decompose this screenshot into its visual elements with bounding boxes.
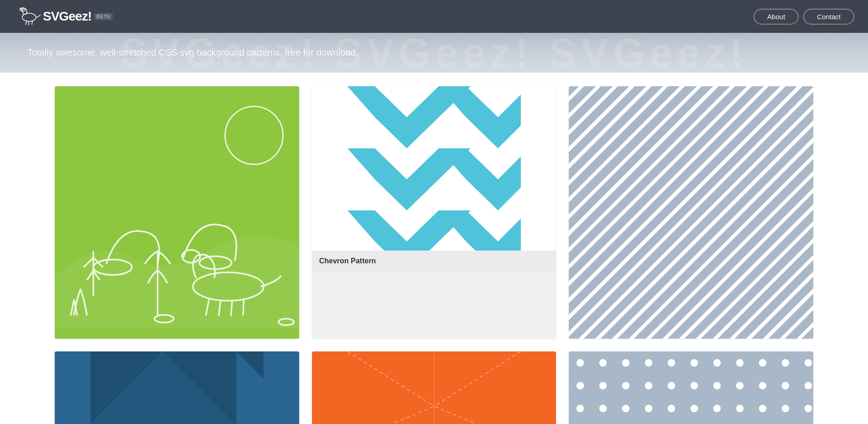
nav-buttons: About Contact bbox=[754, 9, 854, 25]
hero-subtitle: Totally awesome, well-stretched CSS svg … bbox=[27, 47, 841, 58]
card-dots[interactable] bbox=[569, 351, 813, 424]
logo-area: SVGeez! BETA bbox=[14, 5, 113, 27]
card-diagonal-lines[interactable]: Diagonal Lines bbox=[569, 86, 813, 339]
about-button[interactable]: About bbox=[754, 9, 799, 25]
svg-point-0 bbox=[22, 13, 36, 21]
main-content: Joshua Tree bbox=[0, 73, 868, 424]
logo-text: SVGeez! bbox=[43, 9, 92, 24]
preview-orange-envelope bbox=[312, 351, 556, 424]
preview-chevron-pattern bbox=[312, 86, 556, 251]
card-joshua-tree[interactable]: Joshua Tree bbox=[55, 86, 299, 339]
chevron-pattern-label: Chevron Pattern bbox=[312, 251, 556, 272]
header: SVGeez! BETA About Contact bbox=[0, 0, 868, 33]
preview-dots bbox=[569, 351, 813, 424]
hero-banner: SVGeez! SVGeez! SVGeez! Totally awesome,… bbox=[0, 33, 868, 73]
pattern-grid: Joshua Tree bbox=[55, 86, 813, 424]
svg-point-5 bbox=[21, 9, 22, 10]
card-chevron-pattern[interactable]: Chevron Pattern bbox=[312, 86, 556, 339]
preview-triangles bbox=[55, 351, 299, 424]
contact-button[interactable]: Contact bbox=[803, 9, 854, 25]
envelope-svg bbox=[312, 351, 556, 424]
card-triangles[interactable] bbox=[55, 351, 299, 424]
card-orange-envelope[interactable] bbox=[312, 351, 556, 424]
preview-diagonal-lines bbox=[569, 86, 813, 339]
beta-badge: BETA bbox=[94, 13, 113, 20]
joshua-tree-svg bbox=[55, 86, 299, 339]
preview-joshua-tree bbox=[55, 86, 299, 339]
chevron-svg bbox=[312, 86, 556, 251]
triangles-svg bbox=[55, 351, 299, 424]
dino-icon bbox=[14, 5, 41, 27]
svg-line-16 bbox=[243, 299, 244, 316]
